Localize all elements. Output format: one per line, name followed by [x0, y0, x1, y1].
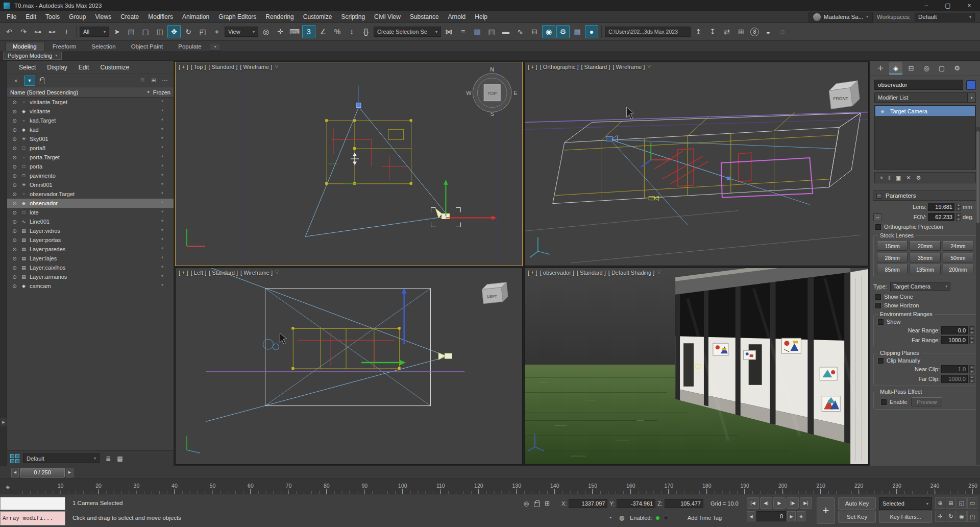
remove-modifier-icon[interactable]: ✕ — [906, 175, 911, 181]
menu-item[interactable]: Civil View — [370, 13, 405, 20]
frozen-toggle[interactable]: * — [151, 274, 174, 280]
frozen-toggle[interactable]: * — [151, 191, 174, 197]
viewport-top-canvas[interactable]: TOP N E S W — [176, 62, 522, 266]
frozen-toggle[interactable]: * — [151, 247, 174, 252]
filter-funnel-icon[interactable]: ▼ — [24, 76, 35, 86]
explorer-row[interactable]: ⊙ ◆ observador * — [7, 199, 174, 208]
viewport-label-segment[interactable]: [ + ] — [528, 270, 537, 276]
select-and-link-icon[interactable]: ⊶ — [31, 25, 44, 38]
visibility-eye-icon[interactable]: ⊙ — [11, 265, 18, 271]
account-menu[interactable]: Madalena Sa... ▾ — [808, 12, 873, 22]
fov-field[interactable]: 62.233 — [928, 213, 954, 221]
schematic-view-icon[interactable]: ⊟ — [528, 25, 541, 38]
menu-item[interactable]: Help — [470, 13, 492, 20]
viewport-camera[interactable]: [ + ][ observador ][ Standard ][ Default… — [524, 268, 869, 465]
maxscript-macro-recorder[interactable]: Array modifi... — [0, 511, 65, 525]
reference-coordinate-select[interactable]: View ▾ — [225, 27, 258, 37]
explorer-options-icon[interactable]: ⋯ — [160, 76, 169, 85]
next-frame-button[interactable]: |▶ — [787, 497, 799, 509]
stock-lens-button[interactable]: 50mm — [943, 253, 973, 262]
viewport-filter-icon[interactable]: ▽ — [657, 270, 660, 276]
explorer-menu-item[interactable]: Display — [41, 64, 72, 71]
visibility-eye-icon[interactable]: ⊙ — [11, 237, 18, 243]
explorer-row[interactable]: ⊙ ◆ visitante * — [7, 107, 174, 116]
time-configuration-icon[interactable]: ◔ — [605, 513, 615, 522]
object-name-label[interactable]: visitante — [30, 108, 149, 114]
set-keys-button[interactable]: + — [817, 497, 835, 524]
object-name-label[interactable]: porta — [30, 163, 149, 170]
pan-icon[interactable]: ✛ — [935, 511, 945, 522]
explorer-row[interactable]: ⊙ ▫ kad.Target * — [7, 116, 174, 125]
object-name-label[interactable]: observador — [30, 200, 149, 206]
spinner-snap-icon[interactable]: ↕ — [345, 25, 358, 38]
frozen-column-header[interactable]: Frozen — [153, 89, 170, 95]
object-name-label[interactable]: Omni001 — [30, 182, 149, 188]
undo-icon[interactable]: ↶ — [3, 25, 16, 38]
explorer-row[interactable]: ⊙ ◆ camcam * — [7, 281, 174, 291]
object-name-label[interactable]: Sky001 — [30, 136, 149, 142]
visibility-eye-icon[interactable]: ⊙ — [11, 210, 18, 215]
explorer-hierarchy-icon[interactable]: ⊞ — [149, 76, 158, 85]
command-panel-scrollbar[interactable] — [976, 127, 980, 465]
close-button[interactable]: × — [959, 0, 980, 11]
camera-object[interactable] — [606, 135, 618, 142]
mirror-icon[interactable]: ⋈ — [442, 25, 455, 38]
explorer-sort-icon[interactable]: ≣ — [138, 76, 147, 85]
orthographic-projection-checkbox[interactable]: Orthographic Projection — [875, 224, 975, 230]
pin-stack-icon[interactable]: ⌖ — [880, 175, 883, 181]
curve-editor-icon[interactable]: ∿ — [513, 25, 527, 38]
frozen-toggle[interactable]: * — [151, 182, 174, 188]
explorer-menu-item[interactable]: Customize — [94, 64, 135, 71]
frozen-toggle[interactable]: * — [151, 127, 174, 133]
maxscript-listener[interactable] — [0, 497, 65, 510]
menu-item[interactable]: Create — [116, 13, 143, 20]
ribbon-tab[interactable]: Freeform — [45, 42, 84, 51]
visibility-eye-icon[interactable]: ⊙ — [11, 127, 18, 133]
percent-snap-icon[interactable]: % — [331, 25, 344, 38]
keyboard-shortcut-override-icon[interactable]: ⌨ — [288, 25, 301, 38]
previous-frame-button[interactable]: ◀| — [760, 497, 772, 509]
explorer-row[interactable]: ⊙ □ porta8 * — [7, 143, 174, 153]
enable-checkbox[interactable]: Enable — [881, 399, 907, 405]
tab-utilities[interactable]: ⚙ — [950, 62, 964, 75]
explorer-row[interactable]: ⊙ ∿ Line001 * — [7, 217, 174, 226]
visibility-eye-icon[interactable]: ⊙ — [11, 219, 18, 225]
viewport-label-segment[interactable]: [ Wireframe ] — [240, 64, 272, 70]
selection-lock-icon[interactable] — [534, 502, 540, 507]
frozen-toggle[interactable]: * — [151, 118, 174, 124]
viewport-filter-icon[interactable]: ▽ — [647, 64, 651, 70]
viewport-orthographic[interactable]: [ + ][ Orthographic ][ Standard ][ Wiref… — [524, 62, 869, 266]
project-path-field[interactable]: C:\Users\202...3ds Max 2023 — [605, 27, 691, 37]
unlink-selection-icon[interactable]: ⊷ — [45, 25, 59, 38]
explorer-row[interactable]: ⊙ ▫ visitante.Target * — [7, 98, 174, 107]
object-name-label[interactable]: Layer:vidros — [30, 228, 149, 234]
named-selection-sets-icon[interactable]: {} — [359, 25, 373, 38]
offset-mode-transform-icon[interactable]: ⊞ — [543, 499, 552, 508]
explorer-column-header[interactable]: Name (Sorted Descending) ▼ Frozen — [7, 87, 174, 98]
current-frame-field[interactable]: 0 — [756, 511, 786, 521]
viewport-top[interactable]: [ + ][ Top ][ Standard ][ Wireframe ] ▽ — [175, 62, 523, 266]
tab-modify[interactable]: ◈ — [889, 62, 902, 75]
frozen-toggle[interactable]: * — [151, 136, 174, 142]
frozen-toggle[interactable]: * — [151, 164, 174, 170]
ribbon-tab[interactable]: Selection — [84, 42, 122, 51]
maximize-viewport-icon[interactable]: ◳ — [967, 511, 977, 522]
key-filters-button[interactable]: Key Filters... — [879, 511, 932, 523]
frozen-toggle[interactable]: * — [151, 173, 174, 179]
show-horizon-checkbox[interactable]: Show Horizon — [875, 302, 975, 308]
menu-item[interactable]: Scripting — [336, 13, 370, 20]
explorer-row[interactable]: ⊙ ▤ Layer:vidros * — [7, 226, 174, 235]
explorer-row[interactable]: ⊙ □ lote * — [7, 208, 174, 217]
viewport-label-segment[interactable]: [ Wireframe ] — [612, 64, 645, 70]
field-of-view-icon[interactable]: ◉ — [957, 511, 967, 522]
frozen-toggle[interactable]: * — [151, 100, 174, 105]
tab-display[interactable]: ▢ — [935, 62, 948, 75]
stock-lens-button[interactable]: 200mm — [943, 265, 973, 274]
viewport-label-segment[interactable]: [ + ] — [528, 64, 537, 70]
clip-manually-checkbox[interactable]: Clip Manually — [878, 357, 972, 364]
explorer-mode-icon[interactable]: ▦ — [115, 453, 125, 464]
object-name-label[interactable]: Layer:paredes — [30, 246, 149, 252]
auto-key-button[interactable]: Auto Key — [838, 497, 876, 510]
y-coordinate-field[interactable]: -374.961 — [617, 499, 655, 508]
object-name-label[interactable]: visitante.Target — [30, 99, 149, 105]
